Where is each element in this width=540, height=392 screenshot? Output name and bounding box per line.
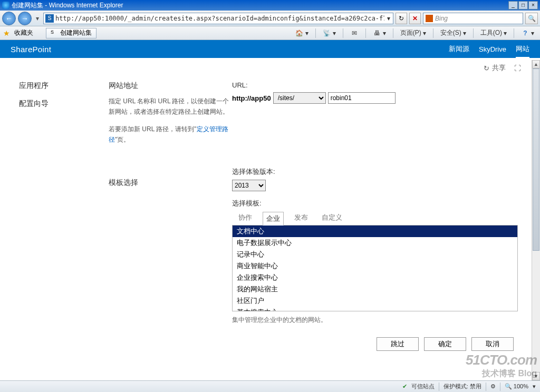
feeds-button[interactable]: 📡▾ [320,28,339,38]
close-window-button[interactable]: × [528,1,538,9]
ie-nav-bar: ← → ▾ S ▾ ↻ ✕ Bing 🔍 [0,11,540,26]
forward-button[interactable]: → [18,12,32,25]
focus-button[interactable]: ⛶ [514,64,521,72]
tab-enterprise[interactable]: 企业 [263,212,284,226]
url-name-input[interactable] [328,92,396,104]
nav-history-dropdown[interactable]: ▾ [34,12,41,25]
tab-custom[interactable]: 自定义 [319,211,345,225]
section-url-title: 网站地址 [109,81,230,91]
scroll-up-arrow[interactable]: ▲ [532,60,540,68]
experience-label: 选择体验版本: [232,167,518,177]
sharepoint-ribbon: SharePoint 新闻源 SkyDrive 网站 [0,40,540,58]
template-label: 选择模板: [232,199,518,208]
left-nav: 应用程序 配置向导 [19,81,109,380]
address-input[interactable] [55,15,384,22]
window-title: 创建网站集 - Windows Internet Explorer [12,1,123,10]
home-button[interactable]: 🏠▾ [293,28,311,38]
list-item[interactable]: 电子数据展示中心 [233,237,517,249]
help-button[interactable]: ?▾ [518,28,537,38]
bing-icon [426,15,433,22]
tab-publishing[interactable]: 发布 [291,211,311,225]
sharepoint-brand: SharePoint [11,45,51,54]
url-label: URL: [232,81,518,89]
list-item[interactable]: 记录中心 [233,249,517,260]
search-button[interactable]: 🔍 [525,13,538,24]
url-row: http://app50 /sites/ [232,92,518,104]
browser-tab[interactable]: S 创建网站集 [46,28,97,38]
share-button[interactable]: ↻ 共享 [484,63,506,73]
favorites-label[interactable]: 收藏夹 [14,28,33,37]
list-item[interactable]: 商业智能中心 [233,260,517,272]
sharepoint-favicon: S [51,30,58,37]
trusted-sites-icon: ✔ [402,383,407,390]
address-dropdown[interactable]: ▾ [384,15,393,22]
url-prefix: http://app50 [232,94,271,102]
protected-mode-label: 保护模式: 禁用 [443,383,481,390]
tab-collaboration[interactable]: 协作 [235,211,255,225]
address-bar[interactable]: S ▾ [43,13,393,24]
experience-version-select[interactable]: 2013 [232,180,266,191]
stop-button[interactable]: ✕ [409,13,421,24]
nav-config-wizard[interactable]: 配置向导 [19,99,109,109]
window-title-bar: 创建网站集 - Windows Internet Explorer _ □ × [0,0,540,11]
tab-label: 创建网站集 [60,28,92,37]
sharepoint-favicon: S [45,14,54,23]
trusted-sites-label: 可信站点 [411,383,435,390]
safety-menu[interactable]: 安全(S) ▾ [438,28,469,38]
scroll-thumb[interactable] [533,68,539,251]
list-item[interactable]: 我的网站宿主 [233,283,517,295]
favorites-star-icon[interactable]: ★ [3,29,10,37]
vertical-scrollbar[interactable]: ▲ ▼ [532,60,540,380]
ie-icon [2,2,9,9]
refresh-button[interactable]: ↻ [396,13,407,24]
url-path-select[interactable]: /sites/ [273,92,326,104]
list-item[interactable]: 文档中心 [233,226,517,237]
list-item[interactable]: 企业搜索中心 [233,272,517,283]
status-bar: ✔ 可信站点 保护模式: 禁用 ⚙ 🔍 100% ▾ [0,380,540,392]
search-placeholder: Bing [435,15,448,22]
page-menu[interactable]: 页面(P) ▾ [398,28,429,38]
maximize-button[interactable]: □ [518,1,528,9]
scroll-down-arrow[interactable]: ▼ [532,372,540,380]
template-listbox[interactable]: 文档中心 电子数据展示中心 记录中心 商业智能中心 企业搜索中心 我的网站宿主 … [232,225,518,311]
skydrive-link[interactable]: SkyDrive [479,45,506,53]
zoom-indicator[interactable]: 🔍 100% [505,383,528,390]
status-icon[interactable]: ⚙ [490,383,496,390]
minimize-button[interactable]: _ [508,1,518,9]
template-hint: 集中管理您企业中的文档的网站。 [232,316,518,325]
back-button[interactable]: ← [2,12,16,25]
ok-button[interactable]: 确定 [424,337,466,351]
button-row: 跳过 确定 取消 [232,337,518,351]
skip-button[interactable]: 跳过 [377,337,419,351]
nav-applications[interactable]: 应用程序 [19,81,109,91]
section-url-desc: 指定 URL 名称和 URL 路径，以便创建一个新网站，或者选择在特定路径上创建… [109,96,230,117]
favorites-bar: ★ 收藏夹 S 创建网站集 🏠▾ 📡▾ ✉ 🖶▾ 页面(P) ▾ 安全(S) ▾… [0,26,540,40]
list-item[interactable]: 社区门户 [233,295,517,307]
section-url-desc2: 若要添加新 URL 路径，请转到"定义管理路径"页。 [109,124,230,145]
search-box[interactable]: Bing [423,13,523,24]
template-tabs: 协作 企业 发布 自定义 [232,211,518,225]
print-button[interactable]: 🖶▾ [370,28,389,38]
content-area: 系统帐户 ▾ ⚙ ? ↻ 共享 ⛶ 应用程序 配置向导 网站地址 指定 URL … [0,60,532,380]
list-item[interactable]: 基本搜索中心 [233,307,517,311]
cancel-button[interactable]: 取消 [471,337,514,351]
description-column: 网站地址 指定 URL 名称和 URL 路径，以便创建一个新网站，或者选择在特定… [109,81,230,380]
tools-menu[interactable]: 工具(O) ▾ [478,28,509,38]
share-strip: 系统帐户 ▾ ⚙ ? ↻ 共享 ⛶ [0,60,532,76]
site-link[interactable]: 网站 [516,44,529,58]
form-column: URL: http://app50 /sites/ 选择体验版本: 2013 选… [230,81,518,380]
mail-button[interactable]: ✉ [348,28,361,38]
newsfeed-link[interactable]: 新闻源 [449,44,469,54]
section-template-title: 模板选择 [109,178,230,188]
